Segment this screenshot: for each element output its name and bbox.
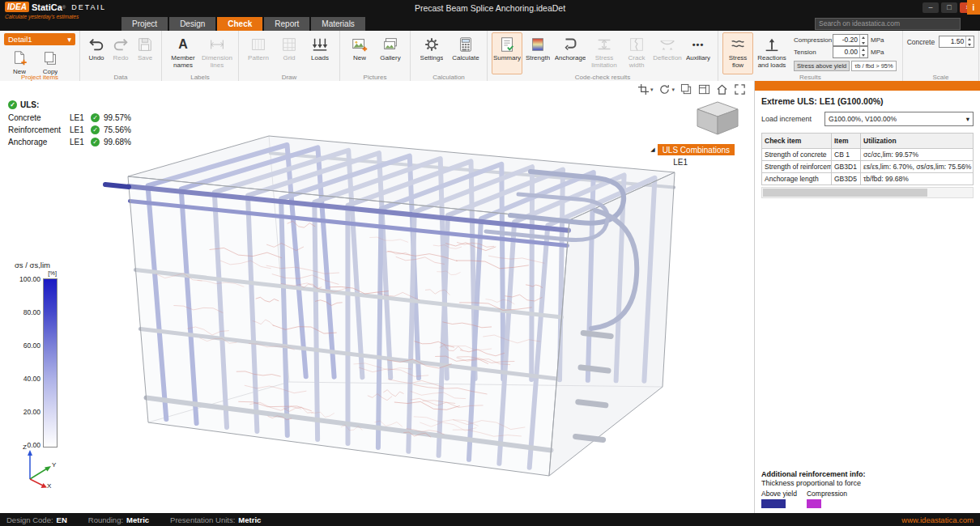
views-panel-button[interactable] bbox=[698, 83, 710, 95]
tension-spinner[interactable] bbox=[859, 47, 867, 57]
grid-icon bbox=[280, 35, 298, 54]
loads-icon bbox=[311, 35, 329, 54]
search-input[interactable] bbox=[815, 18, 961, 30]
above-yield-swatch bbox=[761, 499, 786, 508]
stress-above-yield-toggle[interactable]: Stress above yield bbox=[794, 61, 850, 71]
ribbon-group-code-check: Summary Strength Anchorage Stress limita… bbox=[488, 31, 718, 81]
home-view-button[interactable] bbox=[716, 83, 728, 95]
legend-label-compression: Compression bbox=[807, 490, 847, 498]
ellipsis-icon: ••• bbox=[692, 35, 705, 54]
caret-down-icon: ▾ bbox=[67, 35, 71, 44]
tab-project[interactable]: Project bbox=[121, 17, 168, 31]
status-bar: Design Code:EN Rounding:Metric Presentat… bbox=[0, 513, 980, 526]
scale-tick: 60.00 bbox=[23, 341, 40, 350]
redo-button: Redo bbox=[109, 32, 133, 74]
status-design-code: Design Code:EN bbox=[6, 515, 67, 524]
strength-button[interactable]: Strength bbox=[522, 32, 553, 74]
axis-y-label: Y bbox=[52, 461, 56, 469]
concrete-scale-input[interactable]: 1.50 bbox=[939, 36, 974, 48]
scale-tick: 80.00 bbox=[23, 308, 40, 316]
settings-button[interactable]: Settings bbox=[415, 32, 449, 74]
summary-icon bbox=[498, 35, 516, 54]
selection-tool-button[interactable]: ▾ bbox=[637, 83, 654, 95]
new-detail-button[interactable]: New bbox=[4, 46, 35, 77]
tagline: Calculate yesterday's estimates bbox=[5, 14, 126, 19]
detail-selector[interactable]: Detail1 ▾ bbox=[4, 33, 75, 45]
compression-spinner[interactable] bbox=[859, 35, 867, 45]
tension-label: Tension bbox=[794, 49, 833, 56]
minimize-button[interactable]: – bbox=[922, 2, 939, 13]
auxiliary-button[interactable]: ••• Auxiliary bbox=[683, 32, 714, 74]
tab-materials[interactable]: Materials bbox=[311, 17, 365, 31]
tab-report[interactable]: Report bbox=[264, 17, 309, 31]
color-scale-bar bbox=[43, 278, 58, 448]
table-row[interactable]: Strength of concrete CB 1 σc/σc,lim: 99.… bbox=[762, 149, 974, 161]
ribbon-group-calculation: Settings Calculate Calculation bbox=[411, 31, 488, 81]
summary-button[interactable]: Summary bbox=[492, 32, 522, 74]
status-rounding: Rounding:Metric bbox=[88, 515, 149, 524]
uls-row-concrete: Concrete LE1 ✓ 99.57% bbox=[8, 112, 131, 124]
gallery-icon bbox=[381, 35, 399, 54]
axis-x-label: X bbox=[47, 482, 51, 490]
member-names-button[interactable]: A Member names bbox=[166, 32, 200, 74]
table-header-row: Check item Item Utilization bbox=[762, 134, 974, 149]
website-link[interactable]: www.ideastatica.com bbox=[901, 515, 974, 524]
gallery-button[interactable]: Gallery bbox=[375, 32, 406, 74]
group-label-labels: Labels bbox=[162, 74, 238, 81]
stress-flow-button[interactable]: Stress flow bbox=[722, 32, 753, 74]
tree-node-le1[interactable]: LE1 bbox=[673, 158, 735, 167]
info-subtitle: Thickness proportional to force bbox=[761, 479, 974, 487]
tree-expander-icon[interactable]: ◢ bbox=[650, 146, 654, 153]
loads-button[interactable]: Loads bbox=[305, 32, 335, 74]
reactions-and-loads-button[interactable]: Reactions and loads bbox=[753, 32, 790, 74]
anchorage-button[interactable]: Anchorage bbox=[553, 32, 587, 74]
screenshot-button[interactable] bbox=[680, 83, 692, 95]
copy-detail-button[interactable]: Copy bbox=[35, 46, 66, 77]
status-presentation-units: Presentation Units:Metric bbox=[170, 515, 261, 524]
caret-down-icon: ▾ bbox=[650, 87, 654, 93]
undo-button[interactable]: Undo bbox=[84, 32, 109, 74]
ribbon-group-results: Stress flow Reactions and loads Compress… bbox=[718, 31, 903, 81]
orbit-tool-button[interactable]: ▾ bbox=[658, 83, 675, 95]
reinforcement-legend: Above yield Compression bbox=[761, 490, 974, 508]
scrollbar-thumb[interactable] bbox=[763, 189, 927, 197]
ribbon-group-data: Undo Redo Save Data bbox=[80, 31, 162, 81]
statica-logo-text: StatiCa bbox=[32, 2, 62, 12]
tension-input[interactable]: 0.00 bbox=[833, 46, 868, 58]
tree-node-label: ULS Combinations bbox=[658, 144, 735, 155]
panel-header-strip bbox=[755, 81, 980, 91]
new-document-icon bbox=[11, 49, 28, 68]
pattern-icon bbox=[249, 35, 267, 54]
grid-button: Grid bbox=[274, 32, 305, 74]
table-horizontal-scrollbar[interactable] bbox=[761, 187, 974, 198]
color-scale-ticks: 100.00 80.00 60.00 40.00 20.00 0.00 bbox=[15, 278, 40, 446]
scale-tick: 100.00 bbox=[19, 275, 40, 283]
redo-icon bbox=[112, 35, 130, 54]
tb-fbd-toggle[interactable]: τb / fbd > 95% bbox=[851, 61, 896, 71]
navigation-cube[interactable] bbox=[692, 99, 743, 141]
info-button[interactable]: i bbox=[967, 0, 980, 15]
home-icon bbox=[716, 83, 728, 95]
group-label-results: Results bbox=[718, 74, 902, 81]
expand-arrows-icon bbox=[734, 83, 746, 95]
stress-limitation-button: Stress limitation bbox=[587, 32, 621, 74]
crack-width-icon bbox=[628, 35, 646, 54]
tab-design[interactable]: Design bbox=[169, 17, 215, 31]
tree-node-uls-combinations[interactable]: ◢ ULS Combinations bbox=[650, 144, 735, 155]
crop-icon bbox=[637, 83, 650, 95]
uls-summary-overlay: ✓ ULS: Concrete LE1 ✓ 99.57% Reinforceme… bbox=[8, 100, 131, 148]
maximize-button[interactable]: □ bbox=[941, 2, 957, 13]
table-row[interactable]: Anchorage length GB3D5 τb/fbd: 99.68% bbox=[762, 173, 974, 185]
cube-icon bbox=[692, 99, 743, 138]
concrete-scale-spinner[interactable] bbox=[965, 36, 974, 47]
zoom-fit-button[interactable] bbox=[734, 83, 746, 95]
compression-input[interactable]: -0.20 bbox=[833, 34, 868, 46]
table-row[interactable]: Strength of reinforcement GB3D1 εs/εs,li… bbox=[762, 161, 974, 173]
strength-icon bbox=[529, 35, 547, 54]
registered-mark: ® bbox=[62, 5, 66, 10]
new-picture-button[interactable]: New bbox=[344, 32, 375, 74]
tab-check[interactable]: Check bbox=[217, 17, 262, 31]
load-increment-select[interactable]: G100.00%, V100.00% ▾ bbox=[824, 112, 974, 126]
results-tree: ◢ ULS Combinations LE1 bbox=[650, 144, 735, 167]
calculate-button[interactable]: Calculate bbox=[449, 32, 483, 74]
